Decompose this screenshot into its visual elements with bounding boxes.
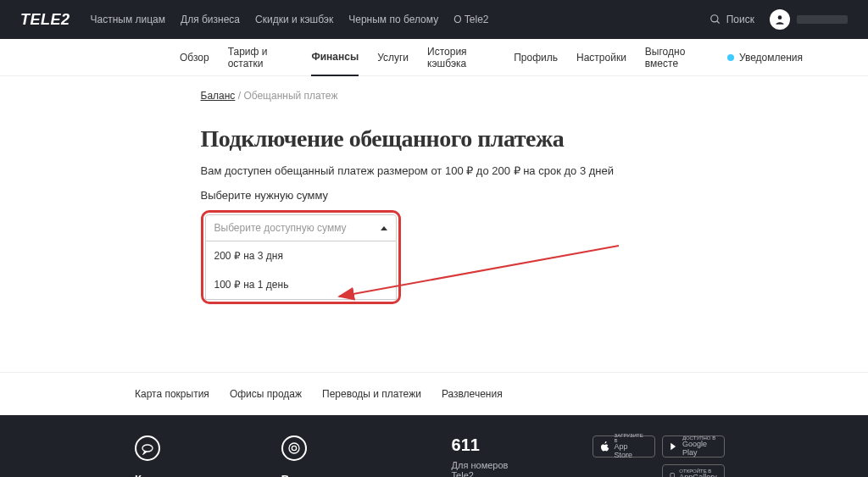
- chat-icon: [135, 435, 160, 461]
- subnav-profile[interactable]: Профиль: [514, 40, 558, 75]
- search-label: Поиск: [726, 14, 754, 25]
- svg-rect-7: [670, 474, 675, 477]
- svg-point-0: [710, 15, 717, 22]
- dropdown-toggle[interactable]: Выберите доступную сумму: [205, 214, 397, 241]
- search-icon: [709, 14, 721, 25]
- logo[interactable]: TELE2: [20, 11, 70, 29]
- huawei-icon: [670, 470, 675, 477]
- description: Вам доступен обещанный платеж размером о…: [201, 164, 803, 177]
- select-label: Выберите нужную сумму: [201, 189, 803, 202]
- notifications[interactable]: Уведомления: [727, 52, 803, 64]
- svg-line-1: [716, 21, 719, 24]
- footer-phone: 611 Для номеров Tele2: [452, 435, 521, 477]
- dropdown-option-200[interactable]: 200 ₽ на 3 дня: [206, 241, 396, 270]
- topnav-blackwhite[interactable]: Черным по белому: [348, 14, 438, 25]
- top-nav: Частным лицам Для бизнеса Скидки и кэшбэ…: [91, 14, 709, 25]
- user-icon: [770, 9, 790, 30]
- subnav-tariff[interactable]: Тариф и остатки: [228, 34, 293, 81]
- breadcrumb: Баланс / Обещанный платеж: [201, 76, 803, 102]
- notif-label: Уведомления: [739, 52, 803, 64]
- help-icon: [281, 435, 307, 461]
- appgallery-button[interactable]: ОТКРОЙТЕ ВAppGallery: [662, 464, 725, 477]
- dropdown-option-100[interactable]: 100 ₽ на 1 день: [206, 270, 396, 299]
- svg-point-5: [289, 443, 299, 453]
- footer-link-offices[interactable]: Офисы продаж: [230, 388, 302, 400]
- topnav-private[interactable]: Частным лицам: [91, 14, 166, 25]
- appstore-button[interactable]: ЗАГРУЗИТЕ ВApp Store: [593, 435, 655, 458]
- subnav-finance[interactable]: Финансы: [311, 39, 359, 76]
- user-menu[interactable]: [770, 9, 848, 30]
- footer-contact[interactable]: Куда обратиться Вопросы и адреса: [135, 435, 214, 477]
- search[interactable]: Поиск: [709, 14, 754, 25]
- svg-point-2: [778, 15, 782, 19]
- subnav-services[interactable]: Услуги: [377, 40, 409, 75]
- topnav-about[interactable]: О Tele2: [453, 14, 488, 25]
- apple-icon: [600, 441, 610, 452]
- breadcrumb-current: Обещанный платеж: [243, 90, 337, 102]
- notification-dot-icon: [727, 54, 734, 61]
- top-right: Поиск: [709, 9, 848, 30]
- amount-dropdown: Выберите доступную сумму 200 ₽ на 3 дня …: [201, 210, 401, 304]
- topnav-cashback[interactable]: Скидки и кэшбэк: [255, 14, 333, 25]
- subnav-overview[interactable]: Обзор: [180, 40, 209, 75]
- page-title: Подключение обещанного платежа: [201, 125, 803, 153]
- subnav-cashback-history[interactable]: История кэшбэка: [427, 34, 495, 81]
- breadcrumb-balance[interactable]: Баланс: [201, 90, 236, 102]
- dropdown-list: 200 ₽ на 3 дня 100 ₽ на 1 день: [205, 241, 397, 300]
- footer-link-entertainment[interactable]: Развлечения: [442, 388, 503, 400]
- googleplay-icon: [670, 441, 678, 452]
- topnav-business[interactable]: Для бизнеса: [181, 14, 240, 25]
- footer-quick-links: Карта покрытия Офисы продаж Переводы и п…: [0, 372, 868, 415]
- footer-link-coverage[interactable]: Карта покрытия: [135, 388, 209, 400]
- svg-point-6: [292, 446, 296, 450]
- subnav-together[interactable]: Выгодно вместе: [645, 34, 709, 81]
- sub-nav: Обзор Тариф и остатки Финансы Услуги Ист…: [0, 39, 868, 76]
- user-number-placeholder: [797, 15, 848, 24]
- googleplay-button[interactable]: ДОСТУПНО ВGoogle Play: [662, 435, 725, 458]
- dropdown-placeholder: Выберите доступную сумму: [214, 222, 347, 234]
- footer-faq[interactable]: Вопросы и ответы Более 200 статей и отве…: [281, 435, 384, 477]
- footer-link-payments[interactable]: Переводы и платежи: [322, 388, 421, 400]
- app-store-buttons: ЗАГРУЗИТЕ ВApp Store ДОСТУПНО ВGoogle Pl…: [589, 435, 725, 477]
- footer: Куда обратиться Вопросы и адреса Вопросы…: [0, 415, 868, 477]
- subnav-settings[interactable]: Настройки: [576, 40, 626, 75]
